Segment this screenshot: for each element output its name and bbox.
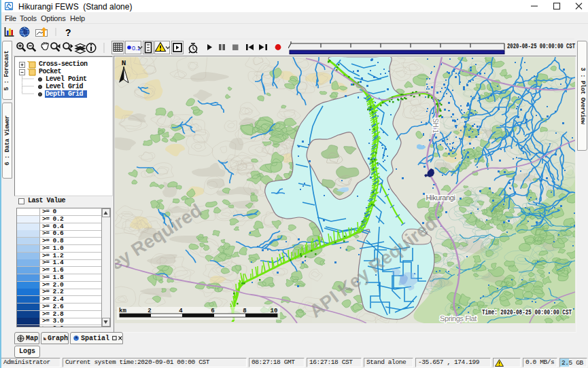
svg-text:10: 10	[271, 308, 278, 314]
svg-text:Springs Flat: Springs Flat	[440, 314, 477, 323]
svg-text:2020-08-25 00:00:00 CST: 2020-08-25 00:00:00 CST	[507, 43, 575, 50]
svg-text:4: 4	[179, 308, 183, 314]
svg-text:km: km	[119, 308, 126, 314]
svg-text:Time: 2020-08-25 00:00:00 CST: Time: 2020-08-25 00:00:00 CST	[482, 309, 572, 316]
svg-text:6: 6	[211, 308, 214, 314]
svg-text:SH 1: SH 1	[432, 118, 439, 134]
svg-text:Hikurangi: Hikurangi	[426, 194, 455, 202]
svg-text:2: 2	[148, 308, 151, 314]
svg-text:N: N	[122, 59, 126, 67]
svg-text:?: ?	[65, 27, 71, 38]
svg-text:8: 8	[243, 308, 246, 314]
